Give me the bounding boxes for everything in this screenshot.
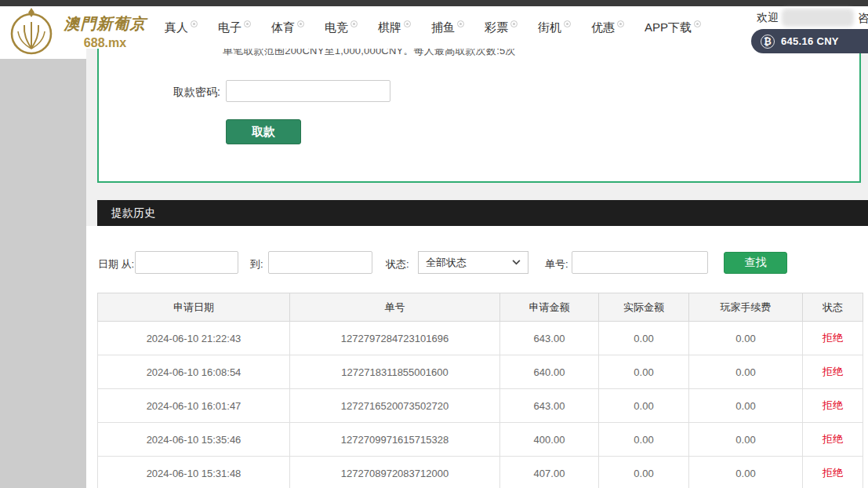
cell-actual-amount: 0.00 [599, 355, 689, 389]
bitcoin-icon: ₿ [761, 35, 775, 49]
brand-logo-icon[interactable] [8, 8, 55, 56]
nav-item-9[interactable]: APP下载 [645, 20, 701, 35]
nav-item-2[interactable]: 体育 [271, 20, 304, 35]
brand-domain: 688.mx [58, 36, 152, 50]
nav-item-3[interactable]: 电竞 [325, 20, 358, 35]
nav-badge-icon [404, 20, 411, 27]
nav-item-1[interactable]: 电子 [218, 20, 251, 35]
status-select[interactable]: 全部状态 [418, 251, 528, 274]
cell-apply-date: 2024-06-10 15:31:48 [98, 457, 290, 488]
col-actual-amount: 实际金额 [599, 293, 689, 322]
site-header: 澳門新葡京 688.mx 真人 电子 体育 电竞 棋牌 捕鱼 彩票 街机 优惠 … [0, 6, 868, 49]
col-status: 状态 [803, 293, 863, 322]
table-row: 2024-06-10 16:01:47 1272716520073502720 … [98, 389, 863, 423]
date-from-input[interactable] [135, 251, 238, 274]
cell-order-number: 1272718311855001600 [290, 355, 500, 389]
table-row: 2024-06-10 21:22:43 1272797284723101696 … [98, 322, 863, 355]
cell-apply-amount: 640.00 [500, 355, 599, 389]
table-row: 2024-06-10 16:08:54 1272718311855001600 … [98, 355, 863, 389]
cell-apply-date: 2024-06-10 16:08:54 [98, 355, 290, 389]
cell-order-number: 1272709971615715328 [290, 423, 500, 457]
withdraw-form-panel: 单笔取款范围200CNY至1,000,000CNY。每人最高取款次数:5次 取款… [97, 39, 861, 183]
balance-pill[interactable]: ₿ 645.16 CNY [751, 29, 868, 53]
cell-player-fee: 0.00 [689, 457, 803, 488]
status-badge: 拒绝 [803, 355, 863, 389]
status-badge: 拒绝 [803, 423, 863, 457]
cell-apply-date: 2024-06-10 15:35:46 [98, 423, 290, 457]
col-player-fee: 玩家手续费 [689, 293, 803, 322]
table-row: 2024-06-10 15:31:48 1272708972083712000 … [98, 457, 863, 488]
withdraw-password-input[interactable] [226, 80, 390, 102]
cell-actual-amount: 0.00 [599, 389, 689, 423]
cell-player-fee: 0.00 [689, 389, 803, 423]
cell-actual-amount: 0.00 [599, 457, 689, 488]
brand-name: 澳門新葡京 [58, 13, 152, 35]
withdraw-password-label: 取款密码: [99, 86, 220, 100]
nav-badge-icon [244, 20, 251, 27]
date-from-label: 日期 从: [98, 257, 134, 271]
nav-item-5[interactable]: 捕鱼 [431, 20, 464, 35]
nav-item-4[interactable]: 棋牌 [378, 20, 411, 35]
cell-order-number: 1272708972083712000 [290, 457, 500, 488]
cell-order-number: 1272716520073502720 [290, 389, 500, 423]
page: 单笔取款范围200CNY至1,000,000CNY。每人最高取款次数:5次 取款… [0, 0, 868, 488]
history-section-header: 提款历史 [97, 200, 868, 226]
date-to-label: 到: [250, 257, 263, 271]
nav-badge-icon [350, 20, 358, 27]
history-section-body: 日期 从: 到: 状态: 全部状态 单号: 查找 申请日期 单号 申请金额 实际… [86, 226, 868, 488]
nav-item-6[interactable]: 彩票 [485, 20, 518, 35]
col-apply-amount: 申请金额 [500, 293, 599, 322]
balance-amount: 645.16 CNY [781, 35, 839, 47]
table-header-row: 申请日期 单号 申请金额 实际金额 玩家手续费 状态 [98, 293, 863, 322]
order-number-input[interactable] [572, 251, 708, 274]
welcome-label: 欢迎 [757, 11, 779, 25]
nav-badge-icon [510, 20, 518, 27]
nav-badge-icon [694, 20, 701, 27]
nav-item-7[interactable]: 街机 [538, 20, 571, 35]
nav-badge-icon [191, 20, 198, 27]
cell-apply-amount: 643.00 [500, 389, 599, 423]
col-order-number: 单号 [290, 293, 500, 322]
order-number-label: 单号: [545, 257, 568, 271]
status-badge: 拒绝 [803, 389, 863, 423]
table-row: 2024-06-10 15:35:46 1272709971615715328 … [98, 423, 863, 457]
brand-text[interactable]: 澳門新葡京 688.mx [58, 13, 152, 50]
cell-actual-amount: 0.00 [599, 423, 689, 457]
date-to-input[interactable] [268, 251, 372, 274]
customer-service-partial[interactable]: 咨 [858, 11, 868, 26]
cell-apply-date: 2024-06-10 21:22:43 [98, 322, 290, 355]
cell-actual-amount: 0.00 [599, 322, 689, 355]
cell-apply-amount: 643.00 [500, 322, 599, 355]
chevron-down-icon [512, 260, 521, 265]
status-badge: 拒绝 [803, 322, 863, 355]
main-nav: 真人 电子 体育 电竞 棋牌 捕鱼 彩票 街机 优惠 APP下载 [165, 6, 701, 49]
top-strip [0, 0, 868, 6]
col-apply-date: 申请日期 [98, 293, 290, 322]
nav-item-0[interactable]: 真人 [165, 20, 198, 35]
nav-badge-icon [564, 20, 571, 27]
status-select-value: 全部状态 [426, 256, 467, 270]
left-gray-strip [0, 59, 86, 488]
cell-apply-amount: 407.00 [500, 457, 599, 488]
withdraw-button[interactable]: 取款 [226, 119, 301, 144]
nav-badge-icon [617, 20, 624, 27]
nav-badge-icon [457, 20, 464, 27]
cell-apply-date: 2024-06-10 16:01:47 [98, 389, 290, 423]
username-blurred [782, 9, 854, 27]
status-label: 状态: [386, 257, 409, 271]
cell-order-number: 1272797284723101696 [290, 322, 500, 355]
cell-player-fee: 0.00 [689, 322, 803, 355]
nav-badge-icon [297, 20, 304, 27]
cell-apply-amount: 400.00 [500, 423, 599, 457]
cell-player-fee: 0.00 [689, 355, 803, 389]
cell-player-fee: 0.00 [689, 423, 803, 457]
withdraw-history-table: 申请日期 单号 申请金额 实际金额 玩家手续费 状态 2024-06-10 21… [97, 293, 863, 488]
nav-item-8[interactable]: 优惠 [591, 20, 624, 35]
search-button[interactable]: 查找 [724, 252, 787, 274]
status-badge: 拒绝 [803, 457, 863, 488]
